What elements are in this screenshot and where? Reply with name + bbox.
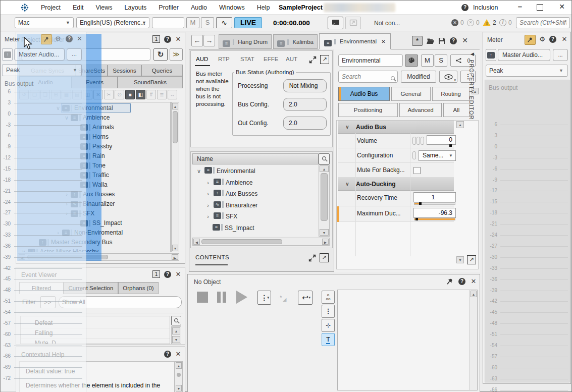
chevron-right-icon[interactable]: › xyxy=(204,188,212,200)
close-icon[interactable]: ✕ xyxy=(461,37,469,45)
stop-button[interactable] xyxy=(197,292,208,303)
help-icon[interactable]: ? xyxy=(458,278,465,285)
inclusion-label[interactable]: Inclusion xyxy=(473,4,498,11)
solo-all-button[interactable]: S xyxy=(201,17,214,28)
schematic-icon[interactable]: # xyxy=(146,90,156,99)
mute-all-button[interactable]: M xyxy=(186,17,199,28)
close-icon[interactable]: ✕ xyxy=(174,350,182,358)
mute-background-checkbox[interactable] xyxy=(413,167,421,174)
global-search-input[interactable] xyxy=(516,17,570,28)
transport-vscrollbar[interactable]: ▲ xyxy=(470,290,477,390)
tree-row[interactable]: ∨≡Environmental xyxy=(192,165,319,177)
close-tab-icon[interactable]: ✕ xyxy=(381,39,385,44)
view-instance-badge[interactable]: 1 xyxy=(152,270,160,278)
rtpc-monitor-button[interactable]: ∿ xyxy=(216,17,232,28)
remote-connect-button[interactable] xyxy=(328,17,343,29)
recovery-time-value[interactable]: 1 xyxy=(413,192,456,202)
cut-icon[interactable]: ✂ xyxy=(104,90,114,99)
remote-platform-button[interactable] xyxy=(345,17,361,29)
expand-view-icon[interactable] xyxy=(308,254,316,262)
name-vscrollbar[interactable]: ▲ ▼ xyxy=(319,164,330,237)
menu-layouts[interactable]: Layouts xyxy=(125,4,147,11)
meter-bus-select[interactable]: Master Audio... xyxy=(498,49,550,61)
doc-tab-hang-drum[interactable]: ≡ Hang Drum xyxy=(219,34,272,49)
chevron-right-icon[interactable]: › xyxy=(204,177,212,189)
close-icon[interactable]: ✕ xyxy=(174,35,182,43)
rtpc-widget-icon[interactable] xyxy=(421,137,424,145)
pin-button[interactable] xyxy=(525,35,536,45)
event-vscrollbar[interactable]: ▲ ▼ xyxy=(171,326,181,344)
editor-subtab-effe[interactable]: EFFE xyxy=(264,56,279,65)
help-icon[interactable]: ? xyxy=(450,37,457,44)
back-button[interactable]: ← xyxy=(191,35,203,46)
meter-mode-select[interactable]: Peak▼ xyxy=(486,65,568,77)
doc-tab-environmental[interactable]: ≡ Environmental ✕ xyxy=(319,33,391,49)
event-search-button[interactable] xyxy=(171,316,181,325)
tab-queries[interactable]: Queries xyxy=(141,65,183,76)
menu-views[interactable]: Views xyxy=(95,4,112,11)
close-icon[interactable]: ✕ xyxy=(560,35,568,43)
section-audio-bus[interactable]: ∨Audio Bus xyxy=(338,121,454,134)
minimize-button[interactable]: – xyxy=(512,2,528,14)
save-icon[interactable] xyxy=(438,37,445,44)
rtpc-widget-icon[interactable] xyxy=(417,137,420,145)
menu-audio[interactable]: Audio xyxy=(191,4,207,11)
live-button[interactable]: LIVE xyxy=(234,17,262,28)
tab-soundbanks[interactable]: SoundBanks xyxy=(118,76,183,88)
meter-bus-browse[interactable]: ... xyxy=(553,49,568,61)
tab-advanced[interactable]: Advanced xyxy=(399,103,442,117)
editor-subtab-aud[interactable]: AUD xyxy=(196,56,211,65)
explorer-vscrollbar[interactable]: ▲ ▼ xyxy=(171,102,179,252)
property-scroll-down[interactable]: ▼ xyxy=(456,256,464,263)
tab-all[interactable]: All xyxy=(443,103,470,117)
property-search-input[interactable] xyxy=(338,71,398,83)
bus-icon-button[interactable]: ↑ xyxy=(486,49,496,61)
menu-help[interactable]: Help xyxy=(257,4,270,11)
solo-button[interactable]: S xyxy=(435,54,447,67)
property-editor-side-strip[interactable]: ◀ PROPERTY EDITOR xyxy=(466,51,479,193)
help-vscrollbar[interactable]: ▲ ▼ xyxy=(175,361,183,392)
tab-general[interactable]: General xyxy=(391,87,431,101)
list-mode-button[interactable]: ⋮ xyxy=(322,305,335,318)
close-button[interactable]: ✕ xyxy=(555,3,569,13)
open-view-icon[interactable] xyxy=(426,38,435,44)
info-icon[interactable]: i xyxy=(499,19,506,26)
excluded-icon[interactable]: ✕ xyxy=(467,19,474,26)
reset-button[interactable]: ↩▾ xyxy=(298,291,313,305)
menu-project[interactable]: Project xyxy=(41,4,61,11)
close-icon[interactable]: ✕ xyxy=(174,270,182,278)
mute-button[interactable]: M xyxy=(421,54,434,67)
configuration-select[interactable]: Same...▼ xyxy=(419,150,456,161)
blank-field[interactable] xyxy=(152,17,184,28)
forward-button[interactable]: → xyxy=(203,35,215,46)
chevron-down-icon[interactable]: ∨ xyxy=(195,165,202,177)
tab-positioning[interactable]: Positioning xyxy=(338,103,398,117)
help-icon[interactable]: ? xyxy=(164,351,171,358)
rtpc-widget-icon[interactable] xyxy=(412,137,416,145)
table-icon[interactable]: ≣ xyxy=(157,90,167,99)
tree-row[interactable]: ›↑Aux Busses xyxy=(192,188,319,200)
popout-view-icon[interactable]: ↗ xyxy=(320,253,329,262)
tab-sessions[interactable]: Sessions xyxy=(108,65,141,76)
game-object-button[interactable]: ooo xyxy=(322,291,335,304)
play-options-button[interactable]: ⋮▾ xyxy=(257,291,271,305)
tab-contents[interactable]: CONTENTS xyxy=(195,254,229,260)
text-mode-button[interactable]: T xyxy=(322,333,335,346)
maximum-ducking-value[interactable]: -96.3 xyxy=(413,208,456,218)
filter-expand-button[interactable]: ≫ xyxy=(170,48,183,61)
bus-view-icon[interactable]: ■ xyxy=(125,90,135,99)
close-icon[interactable]: ✕ xyxy=(470,277,478,286)
delay-playback-icon[interactable]: ◔◢ xyxy=(278,293,286,302)
tab-orphans[interactable]: Orphans (0) xyxy=(118,282,159,294)
tab-routing[interactable]: Routing xyxy=(432,87,470,101)
maximize-button[interactable] xyxy=(537,4,543,11)
tree-row[interactable]: ≡SS_Impact xyxy=(192,222,319,234)
tree-search-button[interactable] xyxy=(319,153,330,164)
pin-icon[interactable] xyxy=(446,278,453,285)
help-icon[interactable]: ? xyxy=(164,271,171,278)
help-icon[interactable]: ? xyxy=(549,36,556,43)
language-select[interactable]: English(US) (Referenc...▼ xyxy=(76,17,149,28)
tree-row[interactable]: ›≡Ambience xyxy=(192,177,319,189)
tab-audio-bus[interactable]: Audio Bus xyxy=(338,87,390,101)
recovery-time-slider[interactable] xyxy=(414,202,455,205)
